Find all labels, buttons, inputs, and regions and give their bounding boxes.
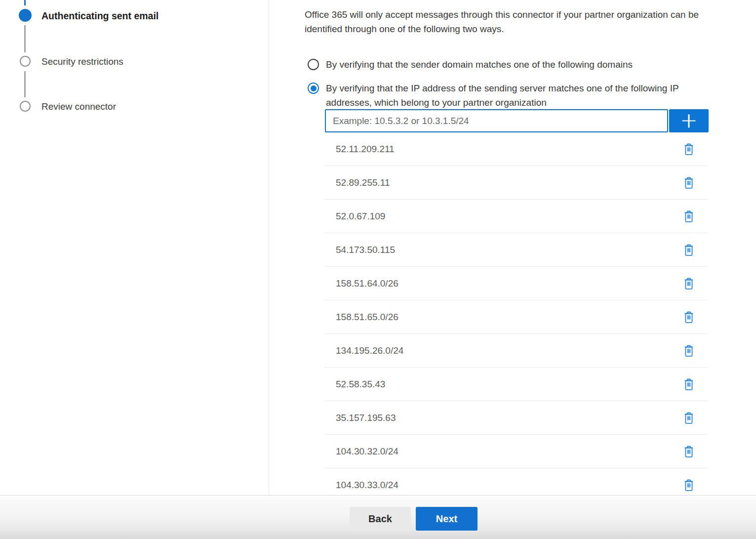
delete-ip-button[interactable] [682,310,696,325]
step-indicator-security-restrictions [20,56,31,67]
ip-row: 54.173.50.115 [324,233,708,267]
step-authenticating-sent-email[interactable]: Authenticating sent email [41,10,159,22]
ip-address: 52.89.255.11 [336,177,390,188]
radio-sender-domain[interactable] [308,59,319,70]
ip-row: 35.157.195.63 [324,401,708,435]
delete-ip-button[interactable] [682,343,696,358]
intro-text: Office 365 will only accept messages thr… [305,8,699,36]
wizard-footer: Back Next [0,495,756,539]
trash-icon [683,412,694,424]
ip-address-list: 52.11.209.211 52.89.255.11 [324,132,708,495]
stepper-connector-previous [24,0,26,5]
back-button[interactable]: Back [350,507,411,531]
ip-row: 104.30.33.0/24 [324,468,708,495]
ip-address: 52.58.35.43 [336,379,385,390]
ip-row: 52.58.35.43 [324,368,708,401]
ip-address: 104.30.32.0/24 [336,446,398,457]
ip-row: 52.0.67.109 [324,200,708,233]
trash-icon [683,210,694,223]
ip-address: 54.173.50.115 [336,245,395,255]
ip-row: 104.30.32.0/24 [324,435,708,468]
trash-icon [683,143,694,156]
trash-icon [683,378,694,391]
ip-row: 52.11.209.211 [324,132,708,166]
ip-address: 104.30.33.0/24 [336,480,398,491]
ip-entry-row [325,109,709,132]
ip-address: 35.157.195.63 [336,413,396,423]
radio-ip-address[interactable] [308,83,319,94]
connector-wizard: Authenticating sent email Security restr… [0,0,756,539]
delete-ip-button[interactable] [682,411,696,425]
trash-icon [683,176,694,189]
radio-sender-domain-label[interactable]: By verifying that the sender domain matc… [326,58,633,72]
delete-ip-button[interactable] [682,209,696,224]
trash-icon [683,479,694,492]
step-indicator-active [19,9,32,22]
trash-icon [683,311,694,324]
ip-row: 52.89.255.11 [324,166,708,200]
delete-ip-button[interactable] [682,444,696,459]
delete-ip-button[interactable] [682,175,696,190]
ip-row: 134.195.26.0/24 [324,334,708,368]
step-content: Office 365 will only accept messages thr… [305,0,756,495]
trash-icon [683,445,694,458]
delete-ip-button[interactable] [682,478,696,493]
ip-address: 134.195.26.0/24 [336,345,403,356]
ip-address: 158.51.64.0/26 [336,278,398,289]
stepper-connector [24,25,26,52]
delete-ip-button[interactable] [682,276,696,291]
trash-icon [683,244,694,256]
plus-icon [682,114,696,127]
trash-icon [683,344,694,357]
ip-address-input[interactable] [325,109,668,132]
step-review-connector[interactable]: Review connector [41,101,116,113]
step-security-restrictions[interactable]: Security restrictions [41,56,123,68]
wizard-stepper: Authenticating sent email Security restr… [0,0,269,495]
ip-address: 158.51.65.0/26 [336,312,398,323]
ip-row: 158.51.65.0/26 [324,300,708,334]
ip-address: 52.11.209.211 [336,144,395,155]
next-button[interactable]: Next [416,507,477,531]
add-ip-button[interactable] [669,109,709,132]
delete-ip-button[interactable] [682,142,696,157]
stepper-connector [24,71,26,97]
trash-icon [683,277,694,290]
ip-row: 158.51.64.0/26 [324,267,708,300]
delete-ip-button[interactable] [682,377,696,392]
radio-selected-dot [311,85,317,91]
delete-ip-button[interactable] [682,243,696,257]
radio-ip-address-label[interactable]: By verifying that the IP address of the … [326,82,679,110]
ip-address: 52.0.67.109 [336,211,385,222]
step-indicator-review-connector [20,101,31,112]
